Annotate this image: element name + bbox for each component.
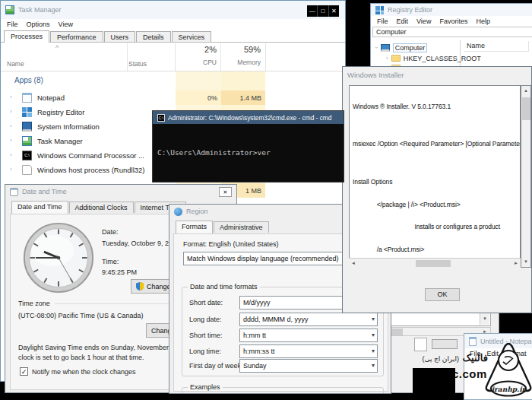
tab-additional-clocks[interactable]: Additional Clocks bbox=[69, 202, 134, 213]
region-tabs: Formats Administrative bbox=[176, 221, 270, 233]
host-process-icon bbox=[22, 165, 32, 175]
scrollbar-thumb[interactable] bbox=[416, 260, 451, 267]
tab-formats[interactable]: Formats bbox=[176, 221, 213, 233]
date-value: Tuesday, October 9, 20 bbox=[102, 240, 173, 247]
memory-cell: 1.4 MB bbox=[221, 90, 265, 105]
address-bar[interactable]: Computer bbox=[372, 27, 532, 37]
computer-icon bbox=[381, 44, 390, 52]
minimize-button[interactable]: — bbox=[307, 5, 317, 17]
dst-info-line2: clock is set to go back 1 hour at that t… bbox=[18, 354, 144, 361]
command-prompt-window: C:\ Administrator: C:\Windows\system32\c… bbox=[152, 110, 344, 183]
analog-clock bbox=[23, 222, 94, 294]
registry-editor-icon bbox=[22, 107, 32, 117]
menu-file[interactable]: File bbox=[7, 21, 18, 28]
column-header-name[interactable]: Name bbox=[464, 41, 529, 52]
table-row[interactable]: › Notepad bbox=[1, 90, 176, 105]
process-name: Registry Editor bbox=[37, 108, 84, 116]
process-name: System Information bbox=[37, 122, 100, 131]
tab-details[interactable]: Details bbox=[136, 31, 171, 42]
scroll-up-icon[interactable]: ▲ bbox=[521, 86, 530, 96]
installer-help-text[interactable]: Windows ® Installer. V 5.0.17763.1 msiex… bbox=[349, 85, 521, 268]
table-row[interactable]: › Registry Editor bbox=[1, 105, 176, 119]
date-time-tabs: Date and Time Additional Clocks Internet… bbox=[11, 201, 187, 213]
expander-icon[interactable]: › bbox=[10, 137, 12, 144]
task-manager-icon bbox=[22, 136, 32, 146]
button-fragment[interactable] bbox=[432, 339, 458, 349]
column-header-name[interactable]: Name bbox=[7, 60, 24, 68]
menu-view[interactable]: View bbox=[59, 21, 73, 28]
region-globe-icon bbox=[174, 208, 182, 216]
table-row[interactable]: › Task Manager bbox=[1, 134, 176, 148]
scroll-down-icon[interactable]: ▼ bbox=[521, 257, 530, 267]
process-name: Windows host process (Rundll32) bbox=[37, 166, 145, 174]
expander-icon[interactable]: › bbox=[10, 94, 12, 100]
scroll-down-icon[interactable]: ▼ bbox=[480, 313, 489, 325]
table-row[interactable]: › C:\ Windows Command Processor ... bbox=[1, 148, 176, 163]
expander-icon[interactable]: › bbox=[10, 151, 12, 158]
registry-menubar: File Edit View Favorites Help bbox=[371, 16, 532, 26]
short-time-combobox[interactable]: h:mm tt ▾ bbox=[239, 329, 378, 342]
examples-group-label: Examples bbox=[188, 383, 223, 391]
close-button[interactable]: ✕ bbox=[219, 187, 232, 197]
expander-icon[interactable]: › bbox=[386, 55, 388, 62]
tab-services[interactable]: Services bbox=[172, 31, 212, 42]
menu-file[interactable]: File bbox=[377, 17, 388, 25]
vertical-scrollbar[interactable]: ▲ ▼ bbox=[521, 85, 531, 268]
tab-users[interactable]: Users bbox=[104, 31, 136, 42]
tab-administrative[interactable]: Administrative bbox=[214, 221, 269, 233]
scroll-left-icon[interactable]: ◄ bbox=[349, 260, 358, 267]
notify-checkbox[interactable]: ✓ bbox=[20, 367, 28, 376]
chevron-down-icon: ▾ bbox=[372, 362, 375, 369]
scroll-right-icon[interactable]: ► bbox=[511, 260, 521, 267]
chevron-down-icon: ▾ bbox=[372, 332, 375, 338]
menu-options[interactable]: Options bbox=[27, 21, 50, 28]
horizontal-scrollbar[interactable]: ◄ ► bbox=[349, 258, 521, 268]
process-group-header[interactable]: Apps (8) bbox=[14, 76, 43, 84]
window-title: Windows Installer bbox=[347, 71, 404, 79]
combobox-value: M/d/yyyy bbox=[243, 299, 271, 306]
menu-view[interactable]: View bbox=[416, 17, 431, 25]
first-day-combobox[interactable]: Sunday ▾ bbox=[239, 359, 378, 373]
watermark-brand-text: فالنیک (ایران اچ پی) bbox=[409, 351, 488, 369]
ok-button[interactable]: OK bbox=[425, 288, 460, 301]
folder-icon bbox=[391, 55, 401, 62]
console-output[interactable]: C:\Users\Administrator>ver Microsoft Win… bbox=[153, 124, 344, 183]
table-row[interactable]: › System Information bbox=[1, 119, 176, 134]
tab-date-and-time[interactable]: Date and Time bbox=[11, 201, 68, 214]
close-button[interactable]: ✕ bbox=[328, 5, 339, 17]
process-name: Task Manager bbox=[37, 137, 83, 145]
expander-icon[interactable]: › bbox=[10, 108, 12, 115]
long-time-combobox[interactable]: h:mm:ss tt ▾ bbox=[239, 344, 378, 358]
process-name: Notepad bbox=[37, 94, 65, 102]
task-manager-menubar: File Options View bbox=[1, 19, 345, 30]
tab-processes[interactable]: Processes bbox=[4, 30, 49, 43]
scrollbar-thumb[interactable] bbox=[522, 97, 530, 120]
expander-icon[interactable]: › bbox=[10, 166, 12, 173]
window-title: Administrator: C:\Windows\system32\cmd.e… bbox=[168, 114, 331, 122]
menu-edit[interactable]: Edit bbox=[397, 17, 409, 25]
tree-item-label: Computer bbox=[393, 43, 428, 52]
window-title: Registry Editor bbox=[388, 6, 432, 14]
menu-help[interactable]: Help bbox=[476, 17, 490, 25]
registry-editor-icon bbox=[375, 6, 384, 14]
menu-favorites[interactable]: Favorites bbox=[439, 17, 467, 25]
watermark-brand-sub: (ایران اچ پی) bbox=[423, 355, 459, 363]
maximize-button[interactable]: □ bbox=[317, 5, 328, 17]
column-header-cpu[interactable]: CPU bbox=[173, 59, 217, 66]
long-date-combobox[interactable]: dddd, MMMM d, yyyy ▾ bbox=[239, 313, 378, 326]
time-label: Time: bbox=[102, 258, 119, 265]
column-header-memory[interactable]: Memory bbox=[218, 59, 261, 66]
column-header-status[interactable]: Status bbox=[128, 60, 147, 68]
tree-item-hkcr[interactable]: › HKEY_CLASSES_ROOT bbox=[386, 53, 481, 63]
watermark-logo-text: iranhp.ir bbox=[492, 386, 527, 393]
window-controls: — □ ✕ bbox=[307, 5, 339, 17]
cmd-icon: C:\ bbox=[157, 114, 165, 122]
windows-installer-window: Windows Installer Windows ® Installer. V… bbox=[342, 66, 532, 313]
expander-icon[interactable]: › bbox=[10, 122, 12, 129]
tree-item-computer[interactable]: › Computer bbox=[375, 43, 427, 52]
table-row[interactable]: › Windows host process (Rundll32) bbox=[1, 163, 176, 177]
desktop: Task Manager — □ ✕ File Options View Pro… bbox=[0, 0, 532, 400]
combobox-value: h:mm tt bbox=[243, 332, 266, 339]
tab-performance[interactable]: Performance bbox=[50, 31, 103, 42]
expander-icon[interactable]: › bbox=[373, 46, 380, 49]
